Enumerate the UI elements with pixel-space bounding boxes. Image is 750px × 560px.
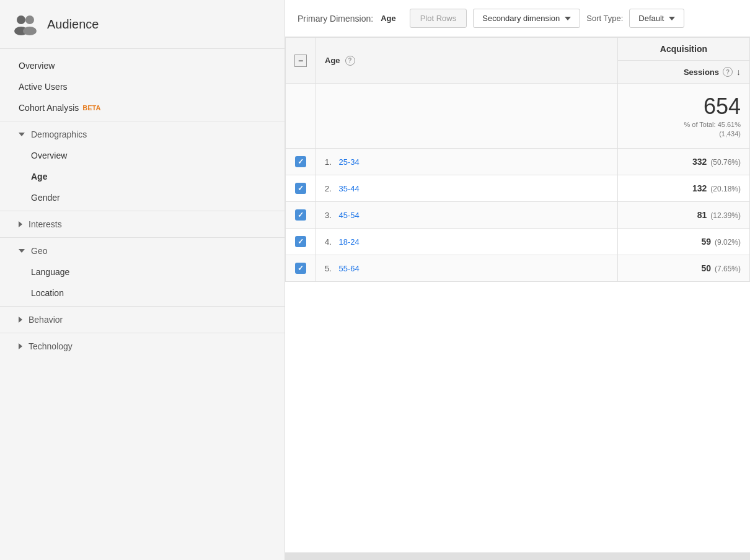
row-sessions-cell: 50(7.65%) [617, 255, 749, 282]
geo-label: Geo [31, 246, 47, 256]
chevron-down-icon-secondary [565, 17, 571, 20]
sidebar-item-technology[interactable]: Technology [0, 336, 285, 357]
row-number: 2. [325, 184, 332, 193]
summary-row: 654 % of Total: 45.61% (1,434) [286, 84, 750, 149]
sessions-help-icon[interactable]: ? [723, 67, 733, 77]
row-sessions-cell: 132(20.18%) [617, 175, 749, 202]
table-row: 5. 55-64 50(7.65%) [286, 255, 750, 282]
row-age-cell: 5. 55-64 [316, 255, 618, 282]
chevron-right-icon-behavior [19, 317, 22, 323]
divider-4 [0, 306, 285, 307]
table-row: 1. 25-34 332(50.76%) [286, 149, 750, 175]
row-age-cell: 2. 35-44 [316, 175, 618, 202]
row-checkbox[interactable] [295, 183, 306, 194]
cohort-label: Cohort Analysis [19, 103, 79, 113]
summary-label-cell [316, 84, 618, 149]
sidebar-item-demographics[interactable]: Demographics [0, 124, 285, 145]
toolbar: Primary Dimension: Age Plot Rows Seconda… [285, 0, 750, 37]
row-number: 5. [325, 264, 332, 273]
technology-label: Technology [29, 341, 73, 351]
behavior-label: Behavior [29, 315, 63, 325]
sort-arrow-icon: ↓ [736, 67, 741, 77]
sort-type-button[interactable]: Default [629, 9, 684, 28]
age-range-link[interactable]: 25-34 [338, 157, 359, 167]
svg-point-3 [23, 27, 37, 35]
sidebar-item-language[interactable]: Language [0, 261, 285, 282]
divider-1 [0, 121, 285, 121]
th-age: Age ? [316, 38, 618, 84]
sidebar-item-cohort-analysis[interactable]: Cohort Analysis BETA [0, 97, 285, 118]
age-col-label: Age [325, 56, 340, 65]
row-checkbox[interactable] [295, 209, 306, 221]
sidebar-item-interests[interactable]: Interests [0, 214, 285, 235]
row-checkbox[interactable] [295, 263, 306, 274]
sidebar-item-active-users[interactable]: Active Users [0, 76, 285, 97]
minus-button[interactable]: − [294, 55, 307, 67]
age-range-link[interactable]: 45-54 [338, 211, 359, 220]
age-range-link[interactable]: 18-24 [338, 237, 359, 247]
row-checkbox[interactable] [295, 236, 306, 247]
age-range-link[interactable]: 55-64 [338, 264, 359, 273]
chevron-down-icon-sort [669, 17, 675, 20]
th-checkbox: − [286, 38, 316, 84]
row-sessions-cell: 81(12.39%) [617, 202, 749, 229]
table-row: 2. 35-44 132(20.18%) [286, 175, 750, 202]
row-sessions-pct: (7.65%) [715, 265, 741, 273]
sidebar-item-location[interactable]: Location [0, 282, 285, 304]
data-table: − Age ? Acquisition Ses [285, 37, 750, 282]
row-checkbox-cell [286, 255, 316, 282]
sidebar-item-overview[interactable]: Overview [0, 55, 285, 76]
primary-dim-value: Age [381, 14, 396, 23]
acquisition-label: Acquisition [660, 44, 707, 54]
chevron-right-icon-technology [19, 343, 22, 349]
sidebar: Audience Overview Active Users Cohort An… [0, 0, 285, 560]
row-checkbox-cell [286, 175, 316, 202]
row-sessions-pct: (9.02%) [715, 238, 741, 247]
summary-sessions-pct: % of Total: 45.61% (1,434) [684, 121, 741, 138]
row-checkbox-cell [286, 229, 316, 255]
sort-default-label: Default [638, 14, 664, 23]
main-content: Primary Dimension: Age Plot Rows Seconda… [285, 0, 750, 560]
table-row: 3. 45-54 81(12.39%) [286, 202, 750, 229]
row-sessions-pct: (50.76%) [710, 158, 741, 167]
sidebar-title: Audience [47, 17, 99, 32]
row-number: 4. [325, 237, 332, 247]
plot-rows-button[interactable]: Plot Rows [410, 9, 467, 28]
sidebar-item-geo[interactable]: Geo [0, 240, 285, 261]
sidebar-item-demo-gender[interactable]: Gender [0, 187, 285, 208]
sidebar-item-demo-overview[interactable]: Overview [0, 145, 285, 166]
row-sessions-pct: (20.18%) [710, 185, 741, 193]
summary-sessions-count: 654 [627, 94, 741, 120]
row-number: 1. [325, 157, 332, 167]
interests-label: Interests [29, 219, 62, 229]
row-age-cell: 4. 18-24 [316, 229, 618, 255]
th-acquisition: Acquisition [617, 38, 749, 61]
horizontal-scrollbar[interactable] [285, 553, 750, 560]
summary-sessions-cell: 654 % of Total: 45.61% (1,434) [617, 84, 749, 149]
chevron-right-icon [19, 221, 22, 227]
chevron-down-icon [19, 133, 25, 136]
th-sessions: Sessions ? ↓ [617, 61, 749, 84]
svg-point-0 [17, 15, 25, 24]
row-sessions-pct: (12.39%) [710, 211, 741, 220]
primary-dim-label: Primary Dimension: [298, 14, 373, 24]
divider-5 [0, 333, 285, 333]
row-checkbox-cell [286, 149, 316, 175]
beta-badge: BETA [82, 104, 100, 112]
data-table-container: − Age ? Acquisition Ses [285, 37, 750, 553]
secondary-dim-button[interactable]: Secondary dimension [473, 9, 580, 28]
age-help-icon[interactable]: ? [345, 56, 355, 66]
row-age-cell: 1. 25-34 [316, 149, 618, 175]
age-range-link[interactable]: 35-44 [338, 184, 359, 193]
pct-label: % of Total: [684, 121, 715, 128]
sidebar-item-demo-age[interactable]: Age [0, 166, 285, 187]
secondary-dim-label: Secondary dimension [482, 14, 560, 23]
row-checkbox[interactable] [295, 156, 306, 167]
divider-3 [0, 237, 285, 238]
row-sessions-cell: 59(9.02%) [617, 229, 749, 255]
summary-checkbox-cell [286, 84, 316, 149]
table-row: 4. 18-24 59(9.02%) [286, 229, 750, 255]
row-checkbox-cell [286, 202, 316, 229]
sidebar-item-behavior[interactable]: Behavior [0, 309, 285, 330]
divider-2 [0, 211, 285, 211]
